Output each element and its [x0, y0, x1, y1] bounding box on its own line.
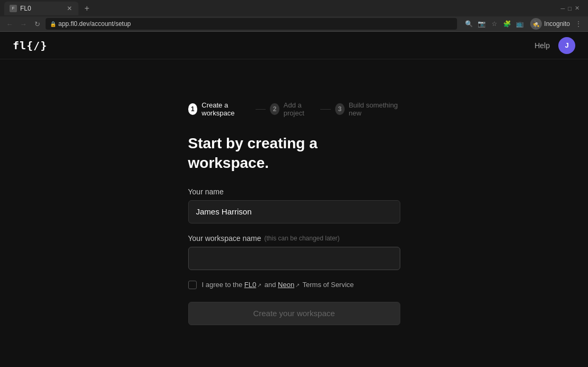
address-text: app.fl0.dev/account/setup	[58, 20, 131, 28]
new-tab-button[interactable]: +	[81, 2, 93, 15]
tab-close-button[interactable]: ✕	[66, 5, 73, 12]
incognito-area: 🕵 Incognito	[530, 18, 570, 30]
setup-container: 1 Create a workspace 2 Add a project 3 B…	[188, 101, 400, 325]
incognito-icon: 🕵	[530, 18, 542, 30]
flo-link-icon: ↗	[257, 282, 261, 288]
step-divider-2	[320, 109, 331, 110]
logo: fl{/}	[13, 39, 47, 52]
incognito-label: Incognito	[544, 20, 570, 28]
back-button[interactable]: ←	[4, 19, 15, 29]
extension-button[interactable]: 🧩	[502, 19, 512, 29]
camera-button[interactable]: 📷	[476, 19, 487, 29]
tab-bar: F FL0 ✕ + ─ □ ✕	[0, 0, 588, 16]
stepper: 1 Create a workspace 2 Add a project 3 B…	[188, 101, 400, 117]
app: fl{/} Help J 1 Create a workspace 2 Add …	[0, 32, 588, 367]
navbar: fl{/} Help J	[0, 32, 588, 59]
star-button[interactable]: ☆	[489, 19, 499, 29]
step-2-number: 2	[270, 103, 279, 115]
browser-chrome: F FL0 ✕ + ─ □ ✕ ← → ↻ 🔒 app.fl0.dev/acco…	[0, 0, 588, 32]
navbar-right: Help J	[534, 37, 575, 54]
maximize-button[interactable]: □	[568, 5, 572, 12]
workspace-label: Your workspace name (this can be changed…	[188, 234, 400, 243]
zoom-button[interactable]: 🔍	[463, 19, 474, 29]
name-input[interactable]	[188, 200, 400, 223]
page-title: Start by creating a workspace.	[188, 134, 400, 173]
active-tab[interactable]: F FL0 ✕	[4, 2, 78, 15]
step-1: 1 Create a workspace	[188, 101, 251, 117]
tos-checkbox[interactable]	[188, 281, 197, 289]
refresh-button[interactable]: ↻	[32, 19, 42, 29]
neon-tos-link[interactable]: Neon	[278, 281, 294, 289]
minimize-button[interactable]: ─	[561, 5, 565, 12]
workspace-input[interactable]	[188, 247, 400, 270]
create-workspace-button[interactable]: Create your workspace	[188, 302, 400, 325]
tab-label: FL0	[20, 5, 63, 12]
step-1-label: Create a workspace	[201, 101, 251, 117]
menu-button[interactable]: ⋮	[573, 19, 584, 29]
workspace-field-group: Your workspace name (this can be changed…	[188, 234, 400, 270]
tos-checkbox-group: I agree to the FL0↗ and Neon↗ Terms of S…	[188, 281, 400, 289]
browser-actions: 🔍 📷 ☆ 🧩 📺	[463, 19, 525, 29]
step-divider-1	[256, 109, 266, 110]
neon-link-icon: ↗	[295, 282, 300, 288]
close-window-button[interactable]: ✕	[575, 5, 580, 12]
step-1-number: 1	[188, 103, 198, 115]
address-bar[interactable]: 🔒 app.fl0.dev/account/setup	[46, 18, 457, 30]
step-2-label: Add a project	[284, 101, 316, 117]
tab-favicon: F	[10, 5, 17, 12]
forward-button[interactable]: →	[18, 19, 29, 29]
flo-tos-link[interactable]: FL0	[244, 281, 256, 289]
step-2: 2 Add a project	[270, 101, 316, 117]
name-label: Your name	[188, 187, 400, 196]
address-bar-row: ← → ↻ 🔒 app.fl0.dev/account/setup 🔍 📷 ☆ …	[0, 16, 588, 31]
step-3-number: 3	[335, 103, 345, 115]
step-3: 3 Build something new	[335, 101, 400, 117]
step-3-label: Build something new	[349, 101, 400, 117]
workspace-hint: (this can be changed later)	[265, 235, 340, 242]
cast-button[interactable]: 📺	[514, 19, 525, 29]
main-content: 1 Create a workspace 2 Add a project 3 B…	[0, 59, 588, 367]
user-avatar[interactable]: J	[558, 37, 575, 54]
lock-icon: 🔒	[50, 21, 56, 27]
tos-label: I agree to the FL0↗ and Neon↗ Terms of S…	[202, 281, 354, 289]
help-link[interactable]: Help	[534, 41, 550, 50]
name-field-group: Your name	[188, 187, 400, 223]
